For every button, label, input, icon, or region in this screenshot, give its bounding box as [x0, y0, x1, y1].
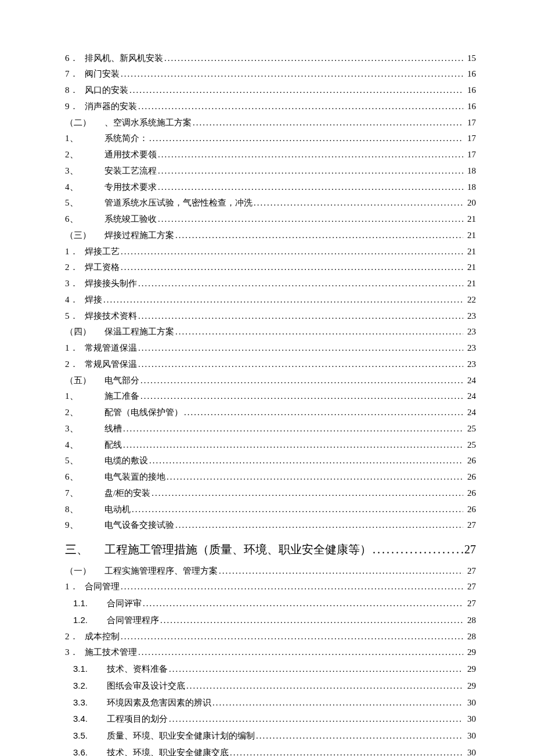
toc-leader-dots	[167, 470, 463, 484]
toc-entry-page: 20	[464, 196, 476, 210]
toc-leader-dots	[254, 196, 463, 210]
toc-entry-title: 专用技术要求	[104, 181, 157, 194]
toc-entry-page: 17	[464, 116, 476, 129]
toc-entry-title: 合同管理	[85, 580, 120, 593]
toc-entry-number: 4、	[65, 181, 104, 194]
toc-entry-title: 施工准备	[104, 390, 139, 403]
toc-entry-page: 29	[464, 679, 476, 693]
toc-entry-title: 保温工程施工方案	[104, 325, 174, 339]
toc-entry-number: 7．	[65, 67, 85, 81]
toc-entry-page: 25	[464, 438, 476, 452]
toc-entry-page: 16	[464, 84, 476, 97]
toc-entry-page: 18	[464, 181, 476, 194]
toc-entry: 8．风口的安装16	[65, 84, 476, 97]
toc-entry-number: 3.5.	[65, 729, 107, 742]
toc-entry-title: 电缆的敷设	[104, 454, 148, 467]
toc-entry-title: 电气装置的接地	[104, 470, 165, 484]
toc-entry-page: 17	[464, 132, 476, 145]
toc-entry-title: 合同管理程序	[107, 613, 159, 627]
toc-entry-number: 6、	[65, 213, 104, 226]
toc-entry: 2．成本控制28	[65, 630, 476, 643]
toc-leader-dots	[138, 341, 463, 355]
toc-leader-dots	[121, 67, 463, 81]
toc-entry: 1、系统简介：17	[65, 132, 476, 145]
toc-leader-dots	[103, 293, 463, 307]
toc-entry: 2．常规风管保温23	[65, 358, 476, 371]
toc-entry-number: （三）	[65, 229, 104, 242]
toc-leader-dots	[138, 358, 463, 371]
toc-entry-number: 2．	[65, 358, 85, 371]
toc-entry-page: 15	[464, 52, 476, 65]
toc-entry-title: 系统简介：	[104, 132, 148, 145]
toc-entry-title: 配管（电线保护管）	[104, 406, 183, 419]
toc-entry-page: 26	[464, 470, 476, 484]
toc-entry-number: 1.1.	[65, 596, 107, 610]
toc-entry: 4、配线25	[65, 438, 476, 452]
toc-entry-page: 21	[464, 277, 476, 290]
toc-leader-dots	[121, 245, 463, 258]
toc-entry-page: 29	[464, 646, 476, 659]
toc-entry: 2、通用技术要领17	[65, 148, 476, 161]
toc-entry-page: 23	[464, 309, 476, 323]
toc-leader-dots	[121, 630, 463, 643]
toc-entry: （三）焊接过程施工方案21	[65, 229, 476, 242]
toc-entry-title: 焊接技术资料	[85, 309, 137, 323]
toc-entry: 3.4.工程项目的划分30	[65, 712, 476, 726]
toc-leader-dots	[123, 438, 463, 452]
toc-entry-title: 常规风管保温	[85, 358, 137, 371]
toc-entry-page: 29	[464, 663, 476, 676]
toc-entry-page: 24	[464, 390, 476, 403]
toc-entry-number: 2、	[65, 148, 104, 161]
toc-entry-page: 27	[464, 597, 476, 610]
toc-entry-title: 盘/柜的安装	[104, 487, 150, 500]
toc-leader-dots	[212, 696, 463, 710]
toc-entry-page: 16	[464, 67, 476, 81]
toc-entry-number: 三、	[65, 541, 104, 559]
toc-entry: 9．消声器的安装16	[65, 100, 476, 113]
toc-entry-page: 21	[464, 213, 476, 226]
toc-entry: 5．焊接技术资料23	[65, 309, 476, 323]
toc-entry-number: 1、	[65, 132, 104, 145]
toc-leader-dots	[143, 597, 463, 610]
toc-entry-title: 焊工资格	[85, 261, 120, 274]
toc-block: （一）工程实施管理程序、管理方案271．合同管理271.1.合同评审271.2.…	[65, 564, 476, 757]
toc-entry-number: 8、	[65, 503, 104, 516]
toc-entry: 3.6.技术、环境、职业安全健康交底30	[65, 746, 476, 756]
toc-entry: （二）、空调水系统施工方案17	[65, 116, 476, 129]
toc-entry-number: 3、	[65, 422, 104, 435]
toc-entry: 5、电缆的敷设26	[65, 454, 476, 467]
toc-leader-dots	[193, 116, 463, 129]
toc-entry-title: 施工技术管理	[85, 646, 137, 659]
toc-entry-number: 3、	[65, 164, 104, 178]
toc-entry-number: （二）	[65, 116, 104, 129]
toc-entry-title: 成本控制	[85, 630, 120, 643]
toc-entry-number: 6．	[65, 52, 85, 65]
toc-entry-title: 技术、环境、职业安全健康交底	[107, 746, 229, 756]
toc-entry-title: 焊接接头制作	[85, 277, 137, 290]
toc-entry-page: 27	[464, 564, 476, 578]
toc-entry-page: 18	[464, 164, 476, 178]
toc-leader-dots	[123, 422, 463, 435]
toc-entry-title: 风口的安装	[85, 84, 128, 97]
toc-entry: 1．合同管理27	[65, 580, 476, 593]
toc-entry-title: 、空调水系统施工方案	[104, 116, 192, 129]
toc-entry-page: 17	[464, 148, 476, 161]
toc-entry: 2、配管（电线保护管）24	[65, 406, 476, 419]
toc-leader-dots	[158, 164, 463, 178]
toc-entry-title: 阀门安装	[85, 67, 120, 81]
document-page: 6．排风机、新风机安装157．阀门安装168．风口的安装169．消声器的安装16…	[0, 0, 534, 756]
toc-entry: 3．施工技术管理29	[65, 646, 476, 659]
toc-leader-dots	[132, 503, 463, 516]
toc-entry-page: 28	[464, 630, 476, 643]
toc-entry: 3、线槽25	[65, 422, 476, 435]
toc-leader-dots	[149, 132, 463, 145]
toc-entry-number: 9．	[65, 100, 85, 113]
toc-entry-page: 26	[464, 454, 476, 467]
toc-leader-dots	[373, 541, 463, 559]
toc-entry-page: 16	[464, 100, 476, 113]
toc-entry-number: 1、	[65, 390, 104, 403]
toc-entry-title: 工程施工管理措施（质量、环境、职业安全健康等）	[104, 541, 371, 559]
toc-entry: 3.5.质量、环境、职业安全健康计划的编制30	[65, 729, 476, 743]
toc-entry-title: 系统竣工验收	[104, 213, 157, 226]
toc-entry-number: 7、	[65, 487, 104, 500]
